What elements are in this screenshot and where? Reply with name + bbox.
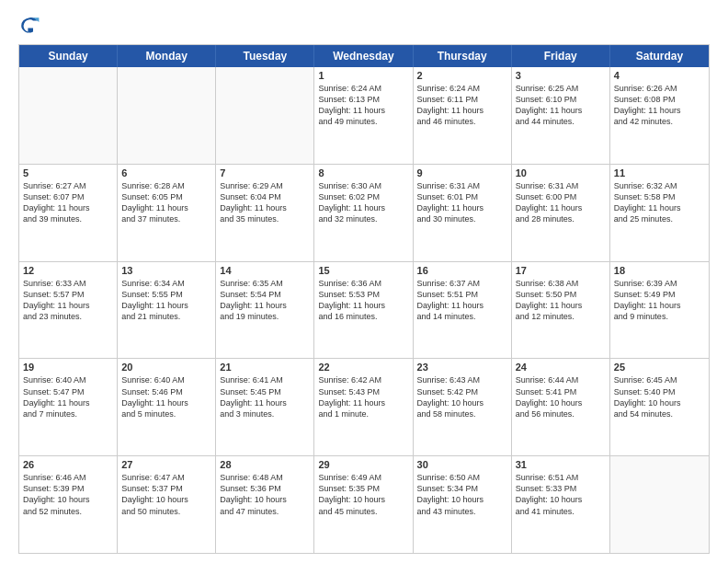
day-number: 10: [516, 167, 606, 178]
day-headers: SundayMondayTuesdayWednesdayThursdayFrid…: [19, 45, 709, 67]
day-number: 15: [318, 265, 408, 276]
day-number: 3: [516, 70, 606, 81]
day-number: 24: [516, 362, 606, 373]
day-cell: 15Sunrise: 6:36 AM Sunset: 5:53 PM Dayli…: [314, 262, 413, 359]
day-info: Sunrise: 6:44 AM Sunset: 5:41 PM Dayligh…: [516, 374, 606, 419]
day-cell: 11Sunrise: 6:32 AM Sunset: 5:58 PM Dayli…: [610, 165, 709, 261]
day-cell: 23Sunrise: 6:43 AM Sunset: 5:42 PM Dayli…: [414, 359, 512, 455]
day-info: Sunrise: 6:49 AM Sunset: 5:35 PM Dayligh…: [318, 472, 408, 517]
day-cell: 14Sunrise: 6:35 AM Sunset: 5:54 PM Dayli…: [216, 262, 314, 359]
day-info: Sunrise: 6:36 AM Sunset: 5:53 PM Dayligh…: [318, 278, 408, 323]
day-info: Sunrise: 6:35 AM Sunset: 5:54 PM Dayligh…: [220, 278, 310, 323]
day-number: 28: [220, 459, 310, 470]
day-info: Sunrise: 6:45 AM Sunset: 5:40 PM Dayligh…: [614, 374, 705, 419]
week-row-3: 12Sunrise: 6:33 AM Sunset: 5:57 PM Dayli…: [19, 262, 709, 360]
day-info: Sunrise: 6:30 AM Sunset: 6:02 PM Dayligh…: [318, 180, 408, 225]
day-info: Sunrise: 6:46 AM Sunset: 5:39 PM Dayligh…: [23, 472, 113, 517]
day-header-friday: Friday: [512, 45, 610, 67]
day-cell: 6Sunrise: 6:28 AM Sunset: 6:05 PM Daylig…: [118, 165, 216, 261]
day-number: 27: [121, 459, 211, 470]
day-cell: 27Sunrise: 6:47 AM Sunset: 5:37 PM Dayli…: [118, 456, 216, 553]
day-cell: 19Sunrise: 6:40 AM Sunset: 5:47 PM Dayli…: [19, 359, 118, 455]
day-cell: 1Sunrise: 6:24 AM Sunset: 6:13 PM Daylig…: [314, 67, 413, 164]
week-row-2: 5Sunrise: 6:27 AM Sunset: 6:07 PM Daylig…: [19, 165, 709, 262]
day-cell: [610, 456, 709, 553]
day-number: 25: [614, 362, 705, 373]
day-number: 16: [417, 265, 507, 276]
day-header-wednesday: Wednesday: [314, 45, 413, 67]
day-info: Sunrise: 6:28 AM Sunset: 6:05 PM Dayligh…: [121, 180, 211, 225]
day-info: Sunrise: 6:41 AM Sunset: 5:45 PM Dayligh…: [220, 374, 310, 419]
day-info: Sunrise: 6:32 AM Sunset: 5:58 PM Dayligh…: [614, 180, 705, 225]
day-info: Sunrise: 6:51 AM Sunset: 5:33 PM Dayligh…: [516, 472, 606, 517]
day-number: 17: [516, 265, 606, 276]
day-cell: 24Sunrise: 6:44 AM Sunset: 5:41 PM Dayli…: [512, 359, 610, 455]
day-number: 14: [220, 265, 310, 276]
day-number: 23: [417, 362, 507, 373]
day-info: Sunrise: 6:25 AM Sunset: 6:10 PM Dayligh…: [516, 83, 606, 128]
day-number: 7: [220, 167, 310, 178]
day-info: Sunrise: 6:27 AM Sunset: 6:07 PM Dayligh…: [23, 180, 113, 225]
day-number: 1: [318, 70, 408, 81]
day-number: 5: [23, 167, 113, 178]
day-cell: 5Sunrise: 6:27 AM Sunset: 6:07 PM Daylig…: [19, 165, 118, 261]
day-number: 8: [318, 167, 408, 178]
logo-icon: [18, 15, 40, 37]
day-number: 22: [318, 362, 408, 373]
day-number: 2: [417, 70, 507, 81]
day-cell: 8Sunrise: 6:30 AM Sunset: 6:02 PM Daylig…: [314, 165, 413, 261]
day-cell: 4Sunrise: 6:26 AM Sunset: 6:08 PM Daylig…: [610, 67, 709, 164]
day-number: 12: [23, 265, 113, 276]
day-number: 13: [121, 265, 211, 276]
day-info: Sunrise: 6:31 AM Sunset: 6:01 PM Dayligh…: [417, 180, 507, 225]
day-number: 19: [23, 362, 113, 373]
day-number: 11: [614, 167, 705, 178]
day-cell: 9Sunrise: 6:31 AM Sunset: 6:01 PM Daylig…: [414, 165, 512, 261]
day-cell: 26Sunrise: 6:46 AM Sunset: 5:39 PM Dayli…: [19, 456, 118, 553]
day-info: Sunrise: 6:43 AM Sunset: 5:42 PM Dayligh…: [417, 374, 507, 419]
day-cell: 12Sunrise: 6:33 AM Sunset: 5:57 PM Dayli…: [19, 262, 118, 359]
day-cell: [19, 67, 118, 164]
day-cell: 13Sunrise: 6:34 AM Sunset: 5:55 PM Dayli…: [118, 262, 216, 359]
day-cell: 31Sunrise: 6:51 AM Sunset: 5:33 PM Dayli…: [512, 456, 610, 553]
day-info: Sunrise: 6:39 AM Sunset: 5:49 PM Dayligh…: [614, 278, 705, 323]
day-header-sunday: Sunday: [19, 45, 118, 67]
day-number: 18: [614, 265, 705, 276]
week-row-1: 1Sunrise: 6:24 AM Sunset: 6:13 PM Daylig…: [19, 67, 709, 165]
day-number: 4: [614, 70, 705, 81]
day-number: 9: [417, 167, 507, 178]
day-cell: 25Sunrise: 6:45 AM Sunset: 5:40 PM Dayli…: [610, 359, 709, 455]
day-info: Sunrise: 6:37 AM Sunset: 5:51 PM Dayligh…: [417, 278, 507, 323]
day-info: Sunrise: 6:40 AM Sunset: 5:47 PM Dayligh…: [23, 374, 113, 419]
day-header-tuesday: Tuesday: [216, 45, 314, 67]
day-cell: 3Sunrise: 6:25 AM Sunset: 6:10 PM Daylig…: [512, 67, 610, 164]
day-info: Sunrise: 6:47 AM Sunset: 5:37 PM Dayligh…: [121, 472, 211, 517]
day-cell: 30Sunrise: 6:50 AM Sunset: 5:34 PM Dayli…: [414, 456, 512, 553]
day-info: Sunrise: 6:34 AM Sunset: 5:55 PM Dayligh…: [121, 278, 211, 323]
day-cell: [118, 67, 216, 164]
day-cell: 7Sunrise: 6:29 AM Sunset: 6:04 PM Daylig…: [216, 165, 314, 261]
day-header-thursday: Thursday: [414, 45, 512, 67]
day-cell: 21Sunrise: 6:41 AM Sunset: 5:45 PM Dayli…: [216, 359, 314, 455]
day-cell: 22Sunrise: 6:42 AM Sunset: 5:43 PM Dayli…: [314, 359, 413, 455]
day-number: 31: [516, 459, 606, 470]
day-number: 26: [23, 459, 113, 470]
logo: [18, 15, 44, 37]
week-row-5: 26Sunrise: 6:46 AM Sunset: 5:39 PM Dayli…: [19, 456, 709, 553]
day-cell: 20Sunrise: 6:40 AM Sunset: 5:46 PM Dayli…: [118, 359, 216, 455]
day-cell: [216, 67, 314, 164]
day-cell: 18Sunrise: 6:39 AM Sunset: 5:49 PM Dayli…: [610, 262, 709, 359]
header: [18, 15, 710, 37]
week-row-4: 19Sunrise: 6:40 AM Sunset: 5:47 PM Dayli…: [19, 359, 709, 456]
day-cell: 2Sunrise: 6:24 AM Sunset: 6:11 PM Daylig…: [414, 67, 512, 164]
day-number: 29: [318, 459, 408, 470]
day-number: 30: [417, 459, 507, 470]
day-info: Sunrise: 6:29 AM Sunset: 6:04 PM Dayligh…: [220, 180, 310, 225]
day-number: 6: [121, 167, 211, 178]
day-info: Sunrise: 6:42 AM Sunset: 5:43 PM Dayligh…: [318, 374, 408, 419]
day-cell: 10Sunrise: 6:31 AM Sunset: 6:00 PM Dayli…: [512, 165, 610, 261]
day-info: Sunrise: 6:50 AM Sunset: 5:34 PM Dayligh…: [417, 472, 507, 517]
day-info: Sunrise: 6:48 AM Sunset: 5:36 PM Dayligh…: [220, 472, 310, 517]
day-info: Sunrise: 6:38 AM Sunset: 5:50 PM Dayligh…: [516, 278, 606, 323]
page: SundayMondayTuesdayWednesdayThursdayFrid…: [0, 0, 728, 563]
